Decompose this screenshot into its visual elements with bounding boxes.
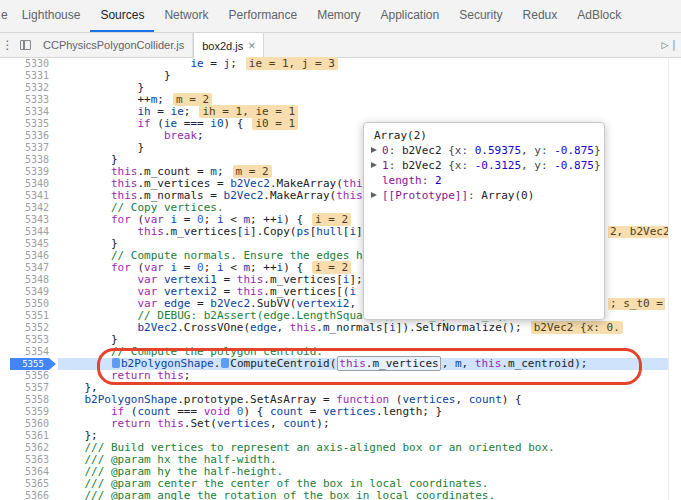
line-number[interactable]: 5330 (0, 58, 58, 70)
popover-token: : (422, 174, 435, 187)
tab-redux[interactable]: Redux (513, 0, 568, 32)
popover-token: } (594, 159, 601, 172)
more-options-icon[interactable]: ⋮ (0, 33, 15, 57)
code-token: b2Vec2 (224, 189, 264, 202)
tab-adblock[interactable]: AdBlock (567, 0, 631, 32)
code-token: hull (316, 225, 343, 238)
line-number[interactable]: 5351 (0, 310, 58, 322)
line-number[interactable]: 5346 (0, 250, 58, 262)
line-number[interactable]: 5355 (0, 358, 58, 370)
code-token: } (137, 141, 144, 154)
navigator-toggle-icon[interactable] (15, 33, 35, 57)
line-number[interactable]: 5341 (0, 190, 58, 202)
line-number[interactable]: 5361 (0, 430, 58, 442)
line-number[interactable]: 5364 (0, 466, 58, 478)
inline-value-fragment: 2, b2Vec2 (608, 226, 672, 238)
line-number[interactable]: 5352 (0, 322, 58, 334)
execution-line-badge: 5355 (10, 358, 56, 370)
popover-token: : (389, 159, 402, 172)
expand-arrow-icon[interactable] (371, 162, 377, 168)
line-number[interactable]: 5353 (0, 334, 58, 346)
code-text[interactable]: b2Vec2.CrossVOne(edge, this.m_normals[i]… (58, 322, 681, 334)
line-number[interactable]: 5340 (0, 178, 58, 190)
popover-token: 0 (382, 144, 389, 157)
tab-sources[interactable]: Sources (90, 0, 154, 32)
code-token: , (277, 321, 290, 334)
line-number[interactable]: 5348 (0, 274, 58, 286)
code-token: ; (230, 57, 237, 70)
popover-token: -0.3125 (475, 159, 521, 172)
tab-security[interactable]: Security (449, 0, 512, 32)
line-number[interactable]: 5339 (0, 166, 58, 178)
inline-value-hint: i0 = 1 (252, 117, 298, 130)
line-number[interactable]: 5336 (0, 130, 58, 142)
popover-row[interactable]: 0: b2Vec2 {x: 0.59375, y: -0.875} (364, 143, 604, 158)
expand-arrow-icon[interactable] (371, 192, 377, 198)
code-text[interactable]: return this.Set(vertices, count); (58, 418, 681, 430)
line-number[interactable]: 5354 (0, 346, 58, 358)
line-number[interactable]: 5350 (0, 298, 58, 310)
code-token: .CrossVOne( (177, 321, 250, 334)
line-number[interactable]: 5333 (0, 94, 58, 106)
tab-network[interactable]: Network (154, 0, 218, 32)
code-token: ); (316, 417, 329, 430)
code-text[interactable]: /// @param angle the rotation of the box… (58, 490, 681, 500)
line-number[interactable]: 5347 (0, 262, 58, 274)
line-number[interactable]: 5362 (0, 442, 58, 454)
line-number[interactable]: 5357 (0, 382, 58, 394)
line-number[interactable]: 5349 (0, 286, 58, 298)
line-number[interactable]: 5335 (0, 118, 58, 130)
line-number[interactable]: 5365 (0, 478, 58, 490)
popover-token: Array(2) (374, 129, 427, 142)
code-token: edge (250, 321, 277, 334)
line-number[interactable]: 5332 (0, 82, 58, 94)
line-number[interactable]: 5345 (0, 238, 58, 250)
line-number[interactable]: 5338 (0, 154, 58, 166)
file-tab-ccphysicspolygoncollider[interactable]: CCPhysicsPolygonCollider.js (35, 33, 193, 57)
popover-row[interactable]: 1: b2Vec2 {x: -0.3125, y: -0.875} (364, 158, 604, 173)
line-number[interactable]: 5334 (0, 106, 58, 118)
popover-token: , y: (521, 159, 554, 172)
code-token: i (389, 321, 396, 334)
separator-bar-icon[interactable]: │ (671, 40, 677, 50)
tab-lighthouse[interactable]: Lighthouse (12, 0, 91, 32)
line-number[interactable]: 5360 (0, 418, 58, 430)
line-number[interactable]: 5366 (0, 490, 58, 500)
code-token: return (111, 417, 151, 430)
code-token: .MakeArray( (263, 189, 336, 202)
line-number[interactable]: 5359 (0, 406, 58, 418)
line-number[interactable]: 5342 (0, 202, 58, 214)
file-tabs: CCPhysicsPolygonCollider.jsbox2d.js× (35, 33, 264, 57)
line-number[interactable]: 5363 (0, 454, 58, 466)
line-number[interactable]: 5344 (0, 226, 58, 238)
popover-row[interactable]: [[Prototype]]: Array(0) (364, 188, 604, 203)
popover-token: [[Prototype]] (382, 189, 468, 202)
play-icon[interactable]: ▷ (661, 40, 668, 50)
devtools-window: eLighthouseSourcesNetworkPerformanceMemo… (0, 0, 681, 58)
tab-application[interactable]: Application (371, 0, 450, 32)
line-number[interactable]: 5358 (0, 394, 58, 406)
tab-performance[interactable]: Performance (218, 0, 307, 32)
tab-cropped[interactable]: e (0, 0, 12, 32)
inline-value-hint: b2Vec2 {x: 0. (531, 321, 623, 334)
popover-token: length (382, 174, 422, 187)
annotation-highlight (97, 348, 642, 385)
line-number[interactable]: 5356 (0, 370, 58, 382)
popover-token: 0.59375 (475, 144, 521, 157)
line-number[interactable]: 5331 (0, 70, 58, 82)
tab-bar-right-icons: ▷│ (661, 33, 677, 57)
code-line: 5360 return this.Set(vertices, count); (0, 418, 681, 430)
tab-memory[interactable]: Memory (307, 0, 370, 32)
close-icon[interactable]: × (248, 39, 255, 53)
code-token: , (455, 393, 468, 406)
line-number[interactable]: 5337 (0, 142, 58, 154)
code-token: this (336, 189, 363, 202)
line-number[interactable]: 5343 (0, 214, 58, 226)
editor-scrollbar[interactable] (668, 58, 681, 500)
main-tab-bar: eLighthouseSourcesNetworkPerformanceMemo… (0, 0, 681, 33)
expand-arrow-icon[interactable] (371, 147, 377, 153)
file-tab-box2d[interactable]: box2d.js× (193, 33, 264, 58)
code-token: break (164, 129, 197, 142)
code-text[interactable]: } (58, 70, 681, 82)
code-token: = (204, 57, 224, 70)
